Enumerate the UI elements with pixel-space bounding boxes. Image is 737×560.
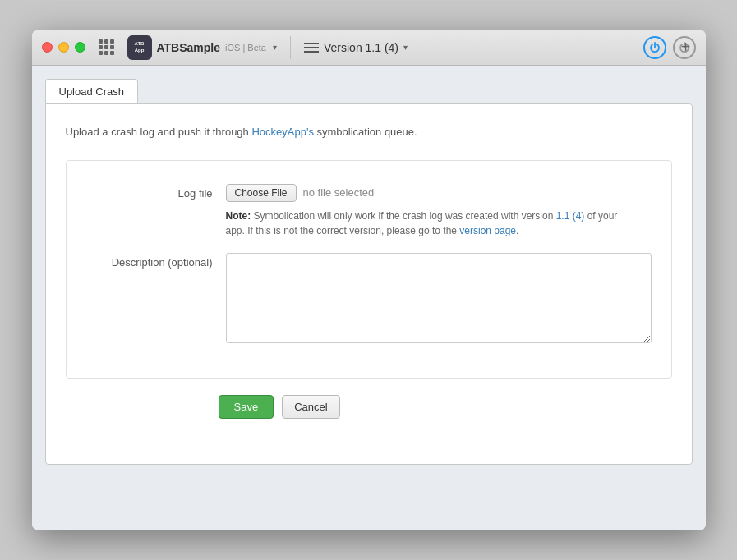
form-actions: Save Cancel [219,395,672,419]
description-row: Description (optional) [86,253,652,343]
minimize-button[interactable] [58,42,69,53]
upload-crash-tab[interactable]: Upload Crash [45,79,139,103]
close-button[interactable] [42,42,53,53]
version-dropdown-arrow-icon[interactable]: ▾ [403,43,408,52]
description-label: Description (optional) [86,253,226,269]
add-button[interactable]: + [675,36,698,59]
note-bold: Note: [226,210,251,222]
app-logo-text: ATB App [135,41,145,53]
choose-file-button[interactable]: Choose File [226,184,297,202]
nav-divider [290,36,291,59]
log-file-row: Log file Choose File no file selected No… [86,184,652,238]
symbolication-note: Note: Symbolication will only work if th… [226,209,637,238]
form-section: Log file Choose File no file selected No… [66,160,672,379]
no-file-text: no file selected [303,186,375,199]
app-dropdown-arrow-icon[interactable]: ▾ [273,43,277,52]
description-textarea[interactable] [226,253,652,343]
grid-nav-icon[interactable] [99,39,114,55]
hockeyapp-link[interactable]: HockeyApp's [251,126,313,138]
file-input-row: Choose File no file selected [226,184,652,202]
app-selector[interactable]: ATB App ATBSample iOS | Beta ▾ [127,35,277,60]
app-badge: iOS | Beta [225,43,266,53]
log-file-field: Choose File no file selected Note: Symbo… [226,184,652,238]
content-area: Upload Crash Upload a crash log and push… [32,66,706,530]
cancel-button[interactable]: Cancel [282,395,339,419]
title-bar: ATB App ATBSample iOS | Beta ▾ Version 1… [32,30,706,66]
hamburger-icon [304,43,319,53]
main-window: ATB App ATBSample iOS | Beta ▾ Version 1… [32,30,706,530]
maximize-button[interactable] [75,42,85,53]
version-page-link[interactable]: version page [459,225,516,236]
note-text-1: Symbolication will only work if the cras… [251,210,555,222]
version-number-link[interactable]: 1.1 (4) [556,210,585,222]
description-field [226,253,652,343]
log-file-label: Log file [86,184,226,200]
form-panel: Upload a crash log and push it through H… [45,103,693,465]
save-button[interactable]: Save [219,395,274,419]
active-power-icon[interactable] [643,36,666,59]
version-text: Version 1.1 (4) [324,41,398,54]
form-intro: Upload a crash log and push it through H… [66,124,672,140]
note-text-3: . [516,225,518,236]
tab-bar: Upload Crash [45,79,693,103]
traffic-lights [42,42,85,53]
app-logo: ATB App [127,35,152,60]
version-selector[interactable]: Version 1.1 (4) ▾ [304,41,408,54]
app-name: ATBSample [157,41,221,54]
